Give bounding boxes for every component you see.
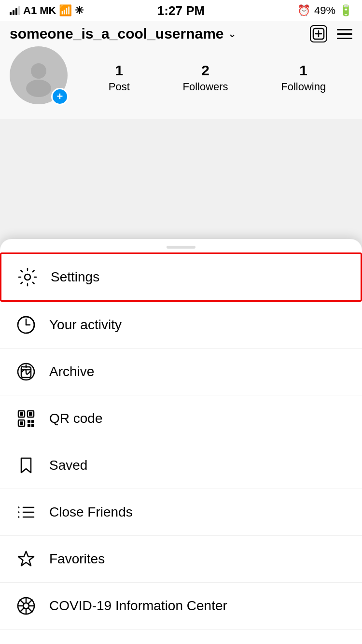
svg-point-3 (31, 63, 46, 79)
avatar-container[interactable]: + (10, 46, 72, 109)
svg-point-4 (26, 80, 51, 97)
your-activity-label: Your activity (49, 317, 122, 333)
svg-line-38 (20, 608, 24, 612)
add-avatar-button[interactable]: + (51, 88, 69, 105)
hamburger-menu-icon[interactable] (337, 29, 352, 39)
wifi-icon: 📶 (59, 4, 72, 17)
svg-line-35 (20, 600, 24, 604)
bottom-sheet: Settings Your activity Archive (0, 239, 362, 644)
status-bar-left: A1 MK 📶 ✳ (10, 4, 84, 17)
svg-marker-27 (18, 516, 20, 518)
battery-icon: 🔋 (339, 4, 352, 17)
menu-item-close-friends[interactable]: Close Friends (0, 489, 362, 536)
carrier-label: A1 MK (23, 4, 56, 17)
top-icons (310, 25, 352, 42)
saved-label: Saved (49, 458, 87, 473)
stat-followers[interactable]: 2 Followers (182, 62, 228, 93)
following-count: 1 (299, 62, 307, 79)
activity-icon (14, 313, 38, 336)
profile-info-row: + 1 Post 2 Followers 1 Following (0, 46, 362, 119)
stat-posts[interactable]: 1 Post (109, 62, 130, 93)
svg-line-36 (28, 608, 32, 612)
followers-count: 2 (201, 62, 209, 79)
favorites-icon (14, 547, 38, 571)
svg-rect-15 (29, 412, 32, 416)
following-label: Following (281, 81, 326, 93)
qr-icon (14, 407, 38, 430)
svg-rect-20 (28, 424, 30, 427)
menu-item-your-activity[interactable]: Your activity (0, 302, 362, 349)
menu-item-qr-code[interactable]: QR code (0, 395, 362, 442)
svg-marker-25 (18, 506, 20, 508)
archive-icon (14, 360, 38, 383)
gear-icon (16, 266, 39, 289)
sheet-handle-bar (167, 246, 195, 249)
close-friends-label: Close Friends (49, 504, 133, 520)
sheet-handle (0, 239, 362, 252)
status-bar-right: ⏰ 49% 🔋 (297, 4, 352, 17)
brightness-icon: ✳ (75, 4, 84, 17)
battery-percent: 49% (314, 4, 335, 17)
saved-icon (14, 454, 38, 477)
status-time: 1:27 PM (157, 3, 205, 18)
qr-code-label: QR code (49, 411, 103, 426)
posts-label: Post (109, 81, 130, 93)
add-post-icon[interactable] (310, 25, 327, 42)
settings-label: Settings (51, 269, 99, 285)
username-label: someone_is_a_cool_username (10, 26, 224, 42)
svg-line-37 (28, 600, 32, 604)
status-bar: A1 MK 📶 ✳ 1:27 PM ⏰ 49% 🔋 (0, 0, 362, 21)
menu-item-settings[interactable]: Settings (0, 252, 362, 302)
menu-item-saved[interactable]: Saved (0, 442, 362, 489)
stats-row: 1 Post 2 Followers 1 Following (82, 62, 352, 93)
dropdown-arrow-icon[interactable]: ⌄ (228, 28, 237, 40)
menu-item-favorites[interactable]: Favorites (0, 536, 362, 583)
menu-item-archive[interactable]: Archive (0, 349, 362, 395)
archive-label: Archive (49, 364, 94, 379)
avatar-person-icon (22, 58, 56, 92)
svg-marker-26 (18, 511, 20, 513)
svg-rect-17 (20, 421, 23, 425)
covid-icon (14, 594, 38, 617)
favorites-label: Favorites (49, 551, 105, 567)
username-row[interactable]: someone_is_a_cool_username ⌄ (10, 26, 237, 42)
followers-label: Followers (182, 81, 228, 93)
stat-following[interactable]: 1 Following (281, 62, 326, 93)
svg-rect-13 (20, 412, 23, 416)
svg-marker-28 (18, 551, 34, 566)
svg-rect-19 (31, 420, 34, 423)
menu-item-covid[interactable]: COVID-19 Information Center (0, 583, 362, 630)
profile-top-bar: someone_is_a_cool_username ⌄ (0, 21, 362, 46)
svg-rect-18 (28, 420, 30, 423)
signal-icon (10, 6, 20, 15)
posts-count: 1 (115, 62, 123, 79)
close-friends-icon (14, 501, 38, 524)
covid-label: COVID-19 Information Center (49, 598, 227, 614)
alarm-icon: ⏰ (297, 4, 310, 17)
svg-rect-21 (31, 424, 34, 427)
svg-point-5 (25, 274, 30, 280)
